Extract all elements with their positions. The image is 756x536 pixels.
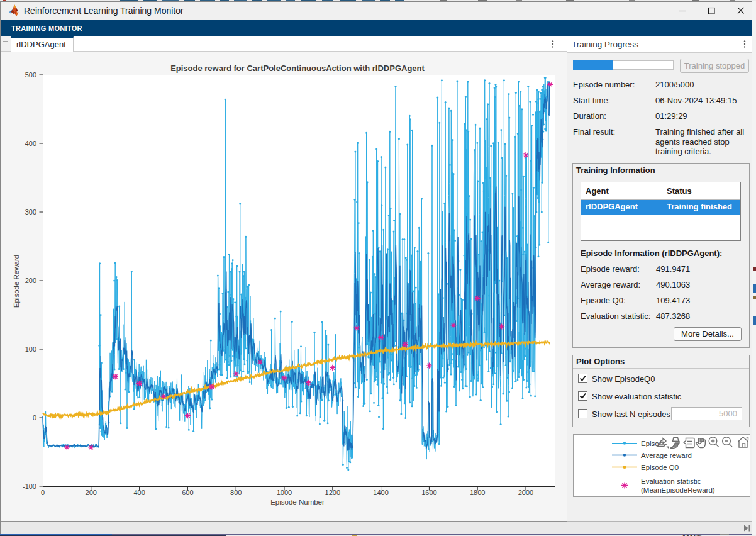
svg-text:600: 600 bbox=[182, 489, 193, 496]
svg-text:Episode Reward: Episode Reward bbox=[13, 255, 20, 308]
svg-text:300: 300 bbox=[25, 208, 36, 216]
svg-text:Episode reward for CartPoleCon: Episode reward for CartPoleContinuousAct… bbox=[170, 64, 425, 73]
svg-text:(MeanEpisodeReward): (MeanEpisodeReward) bbox=[641, 486, 715, 494]
svg-text:1000: 1000 bbox=[277, 489, 292, 496]
svg-text:1200: 1200 bbox=[325, 489, 340, 496]
svg-text:800: 800 bbox=[230, 489, 242, 496]
svg-text:2000: 2000 bbox=[518, 489, 533, 496]
svg-text:Episode Number: Episode Number bbox=[270, 498, 325, 506]
svg-text:500: 500 bbox=[25, 71, 36, 79]
svg-text:1800: 1800 bbox=[470, 489, 485, 496]
svg-text:-100: -100 bbox=[23, 483, 36, 490]
svg-text:1400: 1400 bbox=[373, 489, 388, 496]
svg-text:0: 0 bbox=[33, 414, 36, 422]
svg-text:Evaluation statistic: Evaluation statistic bbox=[641, 477, 701, 485]
svg-text:1600: 1600 bbox=[421, 489, 436, 496]
svg-text:200: 200 bbox=[86, 489, 97, 496]
svg-text:Episode Q0: Episode Q0 bbox=[641, 464, 679, 471]
svg-text:200: 200 bbox=[25, 277, 36, 284]
svg-text:Average reward: Average reward bbox=[641, 452, 692, 459]
svg-text:400: 400 bbox=[133, 489, 145, 496]
svg-text:100: 100 bbox=[25, 345, 36, 353]
svg-text:0: 0 bbox=[41, 489, 45, 496]
svg-text:400: 400 bbox=[25, 140, 36, 147]
